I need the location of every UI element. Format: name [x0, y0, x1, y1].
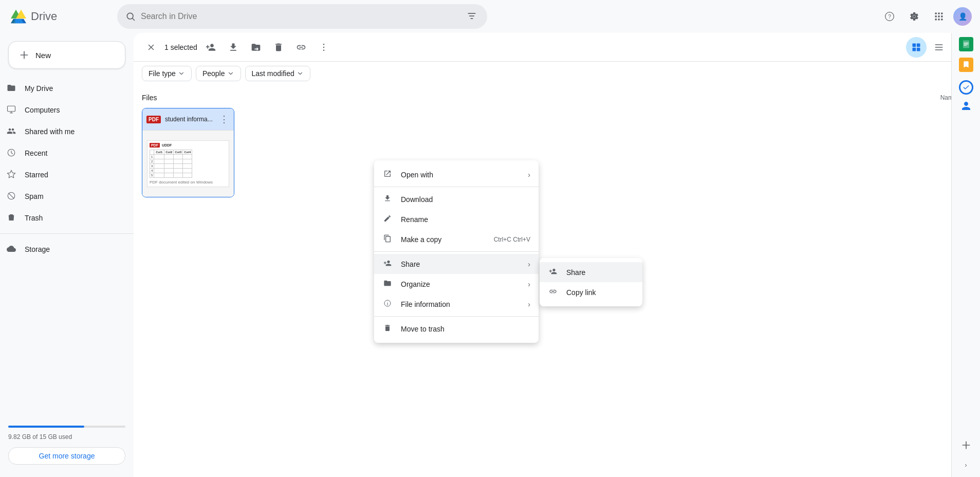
download-icon [382, 194, 393, 204]
sidebar-item-computers[interactable]: Computers [0, 100, 125, 120]
sidebar-item-my-drive[interactable]: My Drive [0, 78, 125, 99]
menu-item-share[interactable]: Share › [374, 254, 539, 274]
search-input[interactable] [141, 12, 459, 21]
app-title: Drive [31, 10, 57, 23]
sidebar-item-recent[interactable]: Recent [0, 143, 125, 163]
google-drive-logo-icon [8, 6, 29, 27]
sidebar-divider [0, 233, 134, 234]
last-modified-filter-button[interactable]: Last modified [245, 66, 310, 81]
context-menu: Open with › Download [374, 160, 539, 343]
sidebar-item-shared-with-me[interactable]: Shared with me [0, 121, 125, 142]
download-button[interactable] [224, 38, 243, 57]
right-panel: › [951, 33, 980, 477]
close-icon [146, 43, 156, 52]
sidebar: New My Drive Computers Shared with me Re [0, 33, 134, 477]
selected-count-text: 1 selected [164, 43, 197, 51]
menu-item-move-to-trash[interactable]: Move to trash [374, 319, 539, 339]
move-to-trash-label: Move to trash [401, 325, 530, 333]
menu-item-rename[interactable]: Rename [374, 209, 539, 229]
search-bar[interactable] [117, 4, 487, 29]
share-label: Share [401, 260, 520, 268]
svg-rect-19 [8, 106, 15, 112]
file-preview: PDF UDDF Col1Col2Col3Col4 1 2 3 4 5 [142, 130, 234, 197]
svg-line-1 [133, 19, 135, 21]
menu-item-download[interactable]: Download [374, 189, 539, 209]
contacts-app-icon[interactable] [959, 99, 973, 113]
list-view-button[interactable] [929, 37, 949, 58]
user-avatar[interactable]: 👤 [953, 7, 972, 26]
menu-item-organize[interactable]: Organize › [374, 274, 539, 294]
open-with-icon [382, 170, 393, 179]
sidebar-item-spam[interactable]: Spam [0, 186, 125, 207]
svg-rect-15 [938, 19, 939, 20]
make-copy-shortcut: Ctrl+C Ctrl+V [494, 236, 530, 243]
svg-rect-4 [471, 18, 473, 19]
sidebar-item-starred[interactable]: Starred [0, 164, 125, 185]
file-grid: PDF student informa... ⋮ PDF UDDF [142, 108, 972, 197]
add-person-button[interactable] [201, 38, 220, 57]
storage-used-text: 9.82 GB of 15 GB used [8, 433, 72, 441]
tasks-app-icon[interactable] [959, 80, 973, 95]
panel-expand-icon[interactable]: › [961, 457, 971, 473]
link-icon [296, 42, 306, 52]
download-label: Download [401, 195, 530, 204]
grid-view-button[interactable] [906, 37, 927, 58]
keep-app-icon[interactable] [959, 58, 973, 72]
svg-rect-46 [964, 44, 968, 44]
svg-rect-34 [917, 47, 920, 51]
chevron-down-icon [178, 70, 185, 77]
sheets-app-icon [959, 37, 973, 51]
menu-item-make-copy[interactable]: Make a copy Ctrl+C Ctrl+V [374, 229, 539, 249]
sub-menu-item-copy-link[interactable]: Copy link [540, 282, 642, 302]
storage-bar-fill [8, 426, 84, 428]
add-panel-button[interactable] [956, 435, 976, 455]
chevron-down-icon [297, 70, 304, 77]
organize-label: Organize [401, 280, 520, 288]
sidebar-label-spam: Spam [25, 192, 44, 200]
apps-button[interactable] [929, 6, 949, 27]
topbar: Drive ? [0, 0, 980, 33]
svg-point-43 [387, 302, 387, 302]
svg-point-7 [913, 15, 916, 18]
svg-rect-32 [917, 43, 920, 47]
selection-toolbar: 1 selected [134, 33, 980, 62]
get-link-button[interactable] [292, 38, 310, 57]
move-to-folder-button[interactable] [247, 38, 265, 57]
grid-view-icon [911, 42, 921, 52]
sidebar-item-storage[interactable]: Storage [0, 239, 125, 260]
search-icon [125, 11, 136, 22]
trash-icon [6, 213, 16, 224]
storage-section: 9.82 GB of 15 GB used Get more storage [0, 413, 134, 473]
share-sub-icon [548, 267, 558, 277]
files-heading: Files Name ↑ [142, 94, 972, 102]
menu-item-open-with[interactable]: Open with › [374, 164, 539, 185]
close-selection-button[interactable] [142, 38, 160, 57]
sidebar-item-trash[interactable]: Trash [0, 208, 125, 228]
share-icon [382, 259, 393, 269]
plus-icon [19, 50, 29, 60]
svg-rect-13 [941, 15, 942, 17]
make-copy-label: Make a copy [401, 235, 486, 244]
topbar-right: ? 👤 [879, 6, 972, 27]
help-button[interactable]: ? [879, 6, 900, 27]
file-type-filter-button[interactable]: File type [142, 66, 192, 81]
settings-button[interactable] [904, 6, 924, 27]
file-info-label: File information [401, 300, 520, 308]
people-filter-button[interactable]: People [196, 66, 241, 81]
sub-menu-item-share[interactable]: Share [540, 262, 642, 282]
file-card-student-info[interactable]: PDF student informa... ⋮ PDF UDDF [142, 108, 234, 197]
organize-icon [382, 279, 393, 289]
svg-rect-36 [935, 47, 943, 48]
rename-icon [382, 214, 393, 224]
list-view-icon [934, 42, 944, 52]
help-icon: ? [884, 11, 895, 22]
menu-item-file-information[interactable]: File information › [374, 294, 539, 314]
get-more-storage-button[interactable]: Get more storage [8, 447, 125, 465]
new-button[interactable]: New [8, 41, 125, 69]
delete-button[interactable] [269, 38, 288, 57]
more-options-button[interactable] [315, 38, 333, 57]
file-more-button[interactable]: ⋮ [218, 113, 230, 126]
search-filter-button[interactable] [465, 9, 479, 24]
toolbar-left: 1 selected [142, 38, 902, 57]
svg-rect-9 [938, 13, 939, 14]
